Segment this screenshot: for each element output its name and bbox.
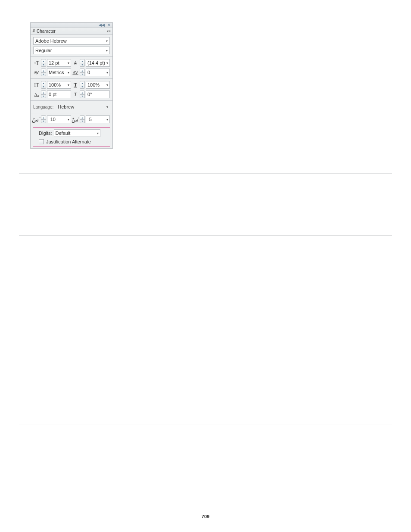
font-size-input[interactable]: 12 pt ▾	[47, 59, 71, 67]
tracking-spinner[interactable]: ▲▼	[80, 68, 85, 76]
section-divider	[19, 319, 392, 319]
language-label: Language:	[33, 105, 53, 109]
diacritic-v-spinner[interactable]: ▲▼	[80, 115, 85, 123]
leading-input[interactable]: (14.4 pt) ▾	[86, 59, 110, 67]
chevron-down-icon: ▾	[68, 61, 69, 65]
panel-menu-icon[interactable]: ▾≡	[107, 29, 111, 33]
collapse-icon[interactable]: ◀◀	[99, 23, 105, 27]
panel-updown-icon[interactable]: ⇵	[32, 29, 35, 33]
baseline-shift-icon: Aa	[33, 91, 40, 98]
baseline-input[interactable]: 0 pt	[47, 90, 71, 98]
panel-title: Character	[37, 29, 56, 34]
chevron-down-icon: ▾	[97, 131, 99, 135]
section-divider	[19, 173, 392, 174]
chevron-down-icon: ▾	[106, 71, 108, 75]
digits-dropdown[interactable]: Default ▾	[54, 129, 100, 137]
chevron-down-icon: ▾	[68, 83, 69, 87]
baseline-spinner[interactable]: ▲▼	[41, 90, 46, 98]
hscale-spinner[interactable]: ▲▼	[80, 81, 85, 89]
font-family-dropdown[interactable]: Adobe Hebrew ▾	[33, 37, 110, 45]
diacritic-v-input[interactable]: -5 ▾	[86, 115, 110, 123]
tracking-input[interactable]: 0 ▾	[86, 68, 110, 76]
panel-top-strip: ◀◀ ✕	[31, 23, 112, 28]
diacritic-vertical-icon: سٌ↕	[72, 116, 79, 123]
diacritic-h-spinner[interactable]: ▲▼	[41, 115, 46, 123]
chevron-down-icon: ▾	[68, 71, 69, 75]
section-divider	[19, 235, 392, 236]
font-family-value: Adobe Hebrew	[35, 38, 67, 44]
digits-highlight-region: Digits: Default ▾ Justification Alternat…	[33, 127, 110, 146]
leading-spinner[interactable]: ▲▼	[80, 59, 85, 67]
tracking-icon: AV	[72, 69, 79, 76]
skew-input[interactable]: 0°	[86, 90, 110, 98]
leading-icon: AA	[72, 59, 79, 66]
justification-alternate-label: Justification Alternate	[46, 139, 91, 144]
diacritic-h-input[interactable]: -10 ▾	[47, 115, 71, 123]
vertical-scale-icon: IT	[33, 81, 40, 88]
skew-icon: T	[72, 91, 79, 98]
chevron-down-icon: ▾	[106, 105, 108, 109]
skew-spinner[interactable]: ▲▼	[80, 90, 85, 98]
horizontal-scale-icon: T	[72, 81, 79, 88]
kerning-icon: AV̷	[33, 69, 40, 76]
kerning-input[interactable]: Metrics ▾	[47, 68, 71, 76]
character-panel: ◀◀ ✕ ⇵ Character ▾≡ Adobe Hebrew ▾ Regul…	[30, 22, 113, 149]
chevron-down-icon: ▾	[106, 39, 108, 43]
chevron-down-icon: ▾	[106, 61, 108, 65]
font-style-dropdown[interactable]: Regular ▾	[33, 47, 110, 54]
close-icon[interactable]: ✕	[107, 23, 111, 27]
vscale-input[interactable]: 100% ▾	[47, 81, 71, 89]
chevron-down-icon: ▾	[106, 118, 108, 121]
font-style-value: Regular	[35, 48, 52, 53]
page-number: 709	[0, 514, 411, 519]
kerning-spinner[interactable]: ▲▼	[41, 68, 46, 76]
hscale-input[interactable]: 100% ▾	[86, 81, 110, 89]
chevron-down-icon: ▾	[106, 83, 108, 87]
chevron-down-icon: ▾	[68, 118, 69, 121]
section-divider	[19, 424, 392, 424]
justification-alternate-checkbox[interactable]	[39, 139, 44, 144]
panel-title-bar: ⇵ Character ▾≡	[31, 28, 112, 35]
vscale-spinner[interactable]: ▲▼	[41, 81, 46, 89]
font-size-icon: TT	[33, 59, 40, 66]
chevron-down-icon: ▾	[106, 49, 108, 53]
font-size-spinner[interactable]: ▲▼	[41, 59, 46, 67]
language-dropdown[interactable]: Hebrew ▾	[56, 103, 110, 111]
diacritic-horizontal-icon: سٌ↔	[33, 116, 40, 123]
digits-label: Digits:	[39, 131, 52, 136]
